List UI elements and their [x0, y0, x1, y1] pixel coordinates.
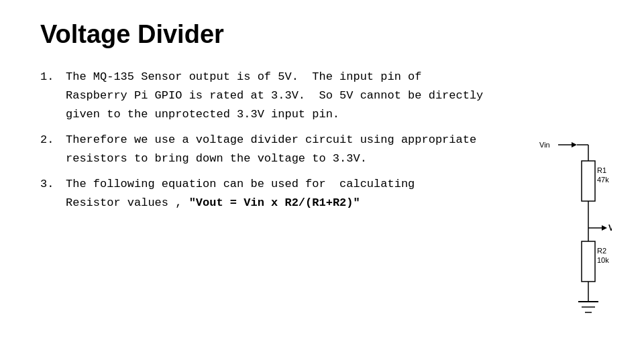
r2-label: R2	[597, 247, 606, 255]
list-number-1: 1.	[40, 68, 66, 86]
formula: "Vout = Vin x R2/(R1+R2)"	[189, 196, 360, 209]
r1-label: R1	[597, 166, 606, 174]
content-area: 1. The MQ-135 Sensor output is of 5V. Th…	[40, 68, 610, 213]
list-text-1: The MQ-135 Sensor output is of 5V. The i…	[66, 68, 610, 124]
svg-rect-9	[582, 241, 595, 282]
page: Voltage Divider 1. The MQ-135 Sensor out…	[0, 0, 644, 362]
list-text-3: The following equation can be used for c…	[66, 175, 610, 213]
list-item-2: 2. Therefore we use a voltage divider ci…	[40, 131, 610, 168]
page-title: Voltage Divider	[40, 20, 610, 49]
svg-marker-1	[572, 142, 577, 147]
list-item-3: 3. The following equation can be used fo…	[40, 175, 610, 213]
vin-label: Vin	[539, 141, 550, 149]
circuit-diagram: Vin R1 47k Vout R2 10k	[538, 134, 612, 335]
r1-value: 47k	[597, 176, 609, 184]
list-number-2: 2.	[40, 131, 66, 149]
r2-value: 10k	[597, 256, 609, 264]
list-item-1: 1. The MQ-135 Sensor output is of 5V. Th…	[40, 68, 610, 124]
list-text-2: Therefore we use a voltage divider circu…	[66, 131, 610, 168]
svg-marker-7	[602, 225, 607, 231]
vout-label: Vout	[608, 223, 612, 233]
svg-rect-4	[582, 161, 595, 201]
list-number-3: 3.	[40, 175, 66, 194]
